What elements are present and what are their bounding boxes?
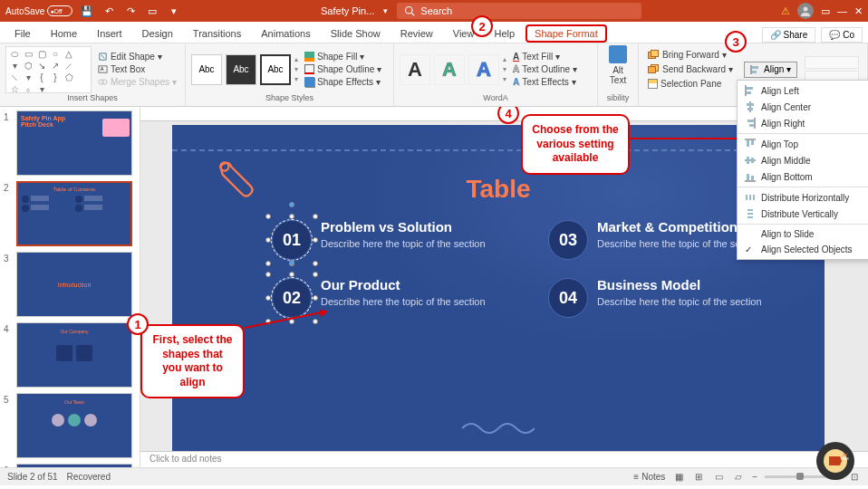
text-box-button[interactable]: AText Box [95, 63, 179, 75]
shape-style-1[interactable]: Abc [191, 54, 222, 85]
notes-pane[interactable]: Click to add notes [140, 451, 868, 467]
user-avatar[interactable] [797, 3, 814, 19]
shape-style-2[interactable]: Abc [226, 54, 256, 85]
thumbnail-2[interactable]: Table of Contents [16, 181, 132, 246]
thumbnail-1[interactable]: Safety Pin AppPitch Deck [16, 110, 132, 176]
save-icon[interactable]: 💾 [80, 4, 94, 18]
start-slideshow-icon[interactable]: ▭ [145, 4, 159, 18]
thumbnail-6[interactable] [16, 464, 132, 467]
slide-canvas[interactable]: Table 01 Problem vs SolutionDescribe her… [172, 125, 825, 460]
thumbnail-4[interactable]: Our Company [16, 322, 132, 388]
tab-animations[interactable]: Animations [252, 24, 319, 43]
tab-transitions[interactable]: Transitions [184, 24, 250, 43]
callout-4: Choose from the various setting availabl… [521, 114, 630, 175]
normal-view-icon[interactable]: ▦ [672, 471, 685, 484]
selection-pane-button[interactable]: Selection Pane [644, 77, 737, 91]
title-bar: AutoSave ●Off 💾 ↶ ↷ ▭ ▾ Safety Pin... ▾ … [0, 0, 868, 22]
reading-view-icon[interactable]: ▭ [712, 471, 725, 484]
zoom-out[interactable]: − [752, 472, 757, 482]
tab-file[interactable]: File [5, 24, 40, 43]
safety-pin-icon [213, 157, 263, 206]
search-placeholder: Search [420, 5, 452, 16]
align-center[interactable]: Align Center [738, 99, 868, 115]
shapes-gallery[interactable]: ⬭▭▢○△▾ ⬡↘↗⟋⟍▾ {}⬠☆⬨▾ [5, 46, 92, 93]
edit-shape-button[interactable]: Edit Shape ▾ [95, 51, 179, 62]
tab-review[interactable]: Review [391, 24, 442, 43]
thumbnail-5[interactable]: Our Team [16, 393, 132, 458]
tab-shape-format[interactable]: Shape Format [526, 24, 607, 43]
item-desc[interactable]: Describe here the topic of the section [597, 295, 762, 308]
thumb-num: 4 [4, 322, 13, 388]
alt-text-button[interactable]: Alt Text [603, 45, 632, 85]
text-fill-button[interactable]: AText Fill ▾ [510, 51, 580, 62]
wordart-style-2[interactable]: A [434, 54, 465, 85]
group-insert-shapes: Insert Shapes [5, 93, 179, 104]
group-accessibility: sibility [603, 93, 632, 104]
minimize-icon[interactable]: — [837, 5, 847, 16]
thumbnail-3[interactable]: Introduction [16, 252, 132, 317]
text-effects-button[interactable]: AText Effects ▾ [510, 76, 580, 88]
slideshow-view-icon[interactable]: ▱ [732, 471, 745, 484]
item-heading[interactable]: Our Product [321, 278, 486, 293]
align-button[interactable]: Align ▾ [744, 62, 797, 78]
align-top[interactable]: Align Top [738, 136, 868, 152]
qat-more-icon[interactable]: ▾ [167, 4, 181, 18]
svg-rect-31 [747, 209, 753, 211]
shape-style-3[interactable]: Abc [260, 54, 291, 85]
tab-home[interactable]: Home [42, 24, 86, 43]
tab-insert[interactable]: Insert [88, 24, 131, 43]
distribute-vertically[interactable]: Distribute Vertically [738, 206, 868, 222]
autosave-toggle[interactable]: AutoSave ●Off [5, 5, 72, 16]
wordart-style-1[interactable]: A [400, 54, 430, 85]
comments-button[interactable]: 💬Co [821, 27, 863, 43]
wordart-gallery[interactable]: A A A ▴▾▾ [400, 54, 506, 85]
shape-fill-button[interactable]: Shape Fill ▾ [302, 51, 384, 62]
item-desc[interactable]: Describe here the topic of the section [321, 237, 486, 250]
undo-icon[interactable]: ↶ [101, 4, 116, 18]
shape-effects-button[interactable]: Shape Effects ▾ [302, 76, 384, 88]
callout-4-text: Choose from the various setting availabl… [532, 123, 618, 164]
selection-handles[interactable] [268, 216, 315, 264]
tab-slide-show[interactable]: Slide Show [322, 24, 390, 43]
align-left[interactable]: Align Left [738, 82, 868, 99]
close-icon[interactable]: ✕ [854, 5, 863, 17]
notes-button[interactable]: ≡Notes [633, 472, 665, 482]
shape-styles-gallery[interactable]: Abc Abc Abc ▴▾▾ [191, 54, 298, 85]
svg-point-6 [102, 80, 108, 85]
align-selected-objects[interactable]: ✓Align Selected Objects [738, 242, 868, 257]
search-box[interactable]: Search [397, 3, 641, 19]
item-heading[interactable]: Business Model [597, 278, 762, 293]
document-title[interactable]: Safety Pin... [321, 5, 374, 16]
distribute-horizontally[interactable]: Distribute Horizontally [738, 189, 868, 206]
svg-rect-33 [747, 216, 753, 218]
align-bottom[interactable]: Align Bottom [738, 168, 868, 185]
slide-counter[interactable]: Slide 2 of 51 [7, 472, 58, 482]
ribbon-display-icon[interactable]: ▭ [821, 5, 830, 17]
shape-outline-button[interactable]: Shape Outline ▾ [302, 63, 384, 75]
content-item-01[interactable]: 01 Problem vs SolutionDescribe here the … [272, 220, 494, 260]
slide-title[interactable]: Table [466, 175, 530, 204]
number-circle[interactable]: 04 [548, 278, 588, 318]
item-desc[interactable]: Describe here the topic of the section [321, 295, 486, 308]
svg-rect-24 [751, 158, 754, 163]
wordart-style-3[interactable]: A [468, 54, 499, 85]
text-outline-button[interactable]: AText Outline ▾ [510, 63, 580, 75]
item-heading[interactable]: Problem vs Solution [321, 220, 486, 235]
share-button[interactable]: 🔗Share [762, 27, 816, 43]
zoom-slider[interactable] [765, 475, 828, 478]
align-to-slide[interactable]: Align to Slide [738, 226, 868, 242]
send-backward-button[interactable]: Send Backward ▾ [644, 62, 737, 76]
autosave-state: Off [54, 8, 63, 14]
align-right[interactable]: Align Right [738, 115, 868, 131]
sorter-view-icon[interactable]: ⊞ [692, 471, 705, 484]
comments-label: Co [843, 30, 854, 40]
align-middle[interactable]: Align Middle [738, 152, 868, 168]
tab-design[interactable]: Design [133, 24, 182, 43]
warning-icon[interactable]: ⚠ [781, 5, 790, 17]
thumb-num: 6 [4, 464, 13, 467]
bring-forward-button[interactable]: Bring Forward ▾ [644, 48, 737, 62]
callout-badge-1: 1 [127, 313, 149, 335]
redo-icon[interactable]: ↷ [123, 4, 138, 18]
content-item-04[interactable]: 04 Business ModelDescribe here the topic… [548, 278, 770, 318]
number-circle[interactable]: 03 [548, 220, 588, 260]
